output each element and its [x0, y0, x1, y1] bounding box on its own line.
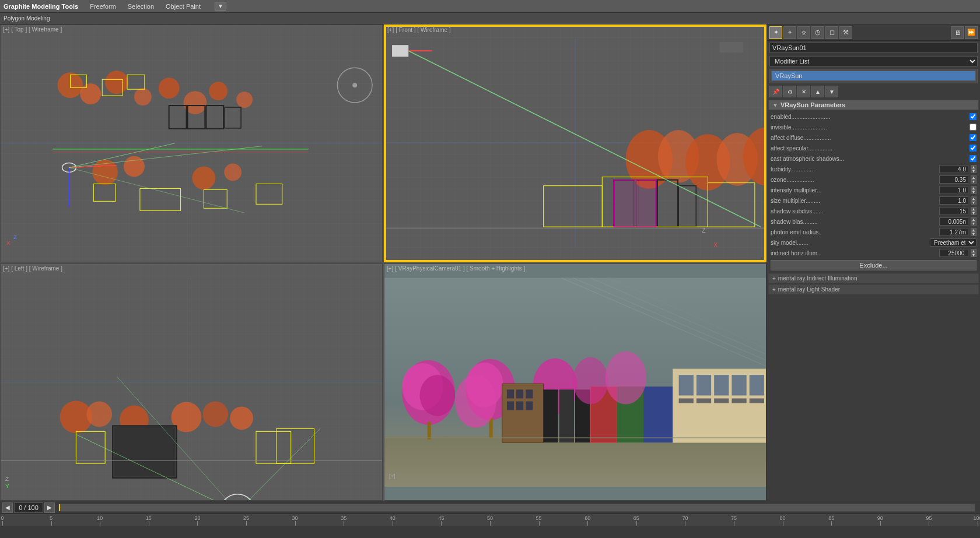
param-invisible-checkbox[interactable] [970, 124, 977, 131]
param-affect-diffuse-checkbox[interactable] [970, 134, 977, 141]
param-indirect-illum-spinner[interactable]: ▲ ▼ [971, 249, 977, 257]
toolbar: Polygon Modeling [0, 13, 980, 24]
param-size-input[interactable] [939, 196, 968, 205]
svg-point-9 [236, 92, 253, 108]
mental-ray-light-shader-section[interactable]: + mental ray Light Shader [768, 284, 979, 294]
photon-radius-down-btn[interactable]: ▼ [971, 232, 977, 236]
panel-modify-icon[interactable]: ⌖ [783, 26, 796, 39]
ruler-label-10: 10 [97, 515, 103, 521]
size-down-btn[interactable]: ▼ [971, 201, 977, 205]
intensity-down-btn[interactable]: ▼ [971, 190, 977, 194]
viewport-front[interactable]: [+] [ Front ] [ Wireframe ] [384, 24, 766, 262]
svg-rect-117 [679, 375, 694, 395]
svg-point-92 [420, 375, 456, 416]
section-label-shader: mental ray Light Shader [778, 286, 840, 293]
frame-input[interactable] [14, 502, 43, 513]
object-name-input[interactable] [769, 43, 978, 53]
param-cast-atm-checkbox[interactable] [970, 155, 977, 162]
svg-point-4 [105, 71, 128, 94]
indirect-illum-up-btn[interactable]: ▲ [971, 249, 977, 253]
svg-point-8 [209, 82, 228, 100]
svg-rect-102 [507, 389, 514, 398]
prev-frame-btn[interactable]: ◀ [2, 502, 13, 513]
panel-display-icon[interactable]: ◻ [825, 26, 838, 39]
config-btn[interactable]: ⚙ [783, 86, 796, 97]
svg-rect-14 [169, 106, 187, 129]
modifier-item-vraysun[interactable]: VRaySun [771, 71, 976, 81]
svg-point-128 [605, 351, 646, 404]
ruler-label-75: 75 [731, 515, 737, 521]
svg-rect-107 [526, 401, 533, 410]
svg-text:Z: Z [5, 475, 9, 481]
viewport-left[interactable]: [+] [ Left ] [ Wireframe ] [0, 263, 383, 501]
move-modifier-up-btn[interactable]: ▲ [811, 86, 824, 97]
panel-hierarchy-icon[interactable]: ⛭ [797, 26, 810, 39]
ozone-down-btn[interactable]: ▼ [971, 180, 977, 184]
turbidity-up-btn[interactable]: ▲ [971, 165, 977, 169]
param-turbidity-input[interactable] [939, 165, 968, 173]
param-photon-radius-spinner[interactable]: ▲ ▼ [971, 228, 977, 236]
param-shadow-bias-spinner[interactable]: ▲ ▼ [971, 217, 977, 226]
modifier-list-dropdown[interactable]: Modifier List [769, 56, 978, 66]
viewport-top-svg: X Z [1, 25, 382, 262]
param-photon-radius-input[interactable] [939, 228, 968, 236]
shadow-subdivs-down-btn[interactable]: ▼ [971, 211, 977, 215]
param-size-spinner[interactable]: ▲ ▼ [971, 196, 977, 205]
shadow-bias-down-btn[interactable]: ▼ [971, 221, 977, 226]
intensity-up-btn[interactable]: ▲ [971, 186, 977, 190]
params-header[interactable]: ▼ VRaySun Parameters [768, 100, 979, 110]
menu-freeform[interactable]: Freeform [90, 3, 116, 10]
pin-stack-btn[interactable]: 📌 [769, 86, 782, 97]
svg-rect-73 [276, 428, 314, 463]
section-label-indirect: mental ray Indirect Illumination [778, 275, 858, 282]
title-bar-icon[interactable]: ▼ [215, 2, 226, 10]
panel-anim-icon[interactable]: ⏩ [965, 26, 978, 39]
param-shadow-subdivs-spinner[interactable]: ▲ ▼ [971, 207, 977, 215]
delete-modifier-btn[interactable]: ✕ [797, 86, 810, 97]
param-intensity-input[interactable] [939, 186, 968, 194]
svg-text:[+]: [+] [389, 473, 395, 479]
menu-object-paint[interactable]: Object Paint [166, 3, 201, 10]
move-modifier-down-btn[interactable]: ▼ [825, 86, 838, 97]
param-intensity-spinner[interactable]: ▲ ▼ [971, 186, 977, 194]
param-sky-model-select[interactable]: Preetham et CIE Clear CIE Overcast [930, 238, 977, 247]
svg-rect-49 [544, 186, 603, 227]
indirect-illum-down-btn[interactable]: ▼ [971, 253, 977, 257]
svg-point-68 [230, 406, 253, 430]
shadow-subdivs-up-btn[interactable]: ▲ [971, 207, 977, 211]
param-enabled-checkbox[interactable] [970, 113, 977, 120]
param-turbidity-spinner[interactable]: ▲ ▼ [971, 165, 977, 173]
viewport-camera[interactable]: [+] [ VRayPhysicalCamera01 ] [ Smooth + … [384, 263, 766, 501]
exclude-button[interactable]: Exclude... [771, 260, 977, 270]
param-label-turbidity: turbidity............... [771, 166, 937, 173]
viewport-top[interactable]: [+] [ Top ] [ Wireframe ] [0, 24, 383, 262]
mental-ray-indirect-section[interactable]: + mental ray Indirect Illumination [768, 273, 979, 283]
param-row-cast-atm: cast atmospheric shadows... [768, 153, 979, 164]
panel-utilities-icon[interactable]: ⚒ [839, 26, 852, 39]
param-shadow-bias-input[interactable] [939, 217, 968, 226]
svg-rect-47 [657, 180, 678, 227]
size-up-btn[interactable]: ▲ [971, 196, 977, 201]
ruler-label-40: 40 [390, 515, 396, 521]
panel-motion-icon[interactable]: ◷ [811, 26, 824, 39]
next-frame-btn[interactable]: ▶ [44, 502, 55, 513]
ozone-up-btn[interactable]: ▲ [971, 175, 977, 180]
svg-rect-114 [643, 386, 673, 442]
param-affect-specular-checkbox[interactable] [970, 145, 977, 152]
svg-rect-93 [428, 421, 431, 439]
ruler-label-0: 0 [1, 515, 4, 521]
panel-render-icon[interactable]: 🖥 [951, 26, 964, 39]
panel-create-icon[interactable]: ✦ [769, 26, 782, 39]
playhead[interactable] [59, 504, 60, 511]
timeline-track[interactable] [58, 504, 975, 512]
photon-radius-up-btn[interactable]: ▲ [971, 228, 977, 232]
menu-selection[interactable]: Selection [128, 3, 154, 10]
turbidity-down-btn[interactable]: ▼ [971, 169, 977, 173]
param-shadow-subdivs-input[interactable] [939, 207, 968, 215]
shadow-bias-up-btn[interactable]: ▲ [971, 217, 977, 221]
param-indirect-illum-input[interactable] [939, 249, 968, 257]
svg-rect-21 [140, 188, 181, 210]
param-ozone-input[interactable] [939, 175, 968, 184]
param-ozone-spinner[interactable]: ▲ ▼ [971, 175, 977, 184]
svg-rect-122 [679, 398, 694, 403]
